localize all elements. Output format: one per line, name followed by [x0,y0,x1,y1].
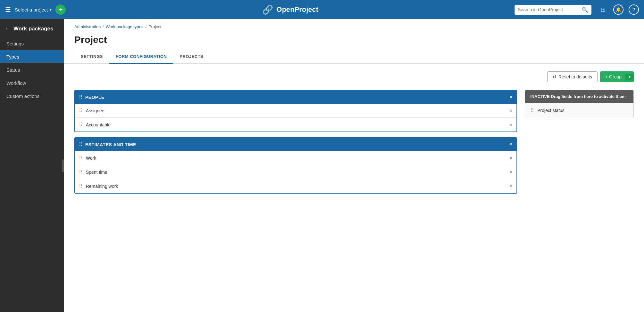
reset-icon: ↺ [553,74,557,79]
field-accountable-label: Accountable [86,122,506,127]
group-people-name: PEOPLE [85,95,507,100]
sidebar-item-settings[interactable]: Settings [0,37,64,50]
back-arrow-icon[interactable]: ← [5,26,10,32]
sidebar-item-types[interactable]: Types [0,50,64,63]
breadcrumb-current: Project [148,24,161,29]
page-title: Project [64,32,644,50]
field-work-remove-button[interactable]: × [509,155,513,161]
inactive-field-project-status: ⠿ Project status [525,103,633,118]
add-group-label: + Group [605,74,622,79]
breadcrumb-administration[interactable]: Administration [74,24,101,29]
notifications-icon[interactable]: 🔔 [613,4,623,15]
sidebar-nav: Settings Types Status Workflow Custom ac… [0,37,64,103]
inactive-panel-header: INACTIVE Drag fields from here to activa… [525,90,633,103]
reset-to-defaults-button[interactable]: ↺ Reset to defaults [547,71,598,82]
nav-icons: ⊞ 🔔 ? [598,4,639,15]
active-groups-column: ⠿ PEOPLE × ⠿ Assignee × ⠿ Accountable [74,90,517,194]
breadcrumb-work-package-types[interactable]: Work package types [106,24,144,29]
breadcrumb-sep-1: / [103,24,104,29]
sidebar-resizer[interactable] [62,159,64,172]
breadcrumb: Administration / Work package types / Pr… [64,19,644,32]
breadcrumb-sep-2: / [145,24,147,29]
field-spent-time-label: Spent time [86,170,506,175]
project-select-label: Select a project [15,7,48,12]
form-config-columns: ⠿ PEOPLE × ⠿ Assignee × ⠿ Accountable [74,90,634,194]
tab-settings[interactable]: SETTINGS [74,50,109,64]
search-box[interactable]: 🔍 [515,5,591,15]
sidebar-item-workflow[interactable]: Workflow [0,76,64,90]
group-estimates-drag-handle[interactable]: ⠿ [79,141,83,148]
inactive-field-project-status-label: Project status [537,108,565,113]
sidebar-title: Work packages [13,26,53,32]
search-input[interactable] [518,7,579,12]
group-people: ⠿ PEOPLE × ⠿ Assignee × ⠿ Accountable [74,90,517,132]
grid-icon[interactable]: ⊞ [598,4,608,15]
field-work-drag-icon[interactable]: ⠿ [79,155,83,161]
field-remaining-work-drag-icon[interactable]: ⠿ [79,183,83,189]
group-estimates-close-button[interactable]: × [509,141,513,148]
add-group-main[interactable]: + Group [605,74,625,79]
openproject-logo-icon: 🔗 [262,4,273,15]
group-people-close-button[interactable]: × [509,94,513,100]
field-remaining-work-label: Remaining work [86,184,506,189]
add-group-dropdown-icon[interactable]: ▾ [625,74,634,80]
form-config-content: ↺ Reset to defaults + Group ▾ [64,64,644,312]
group-estimates-header: ⠿ ESTIMATES AND TIME × [75,138,516,151]
group-estimates-name: ESTIMATES AND TIME [85,142,507,147]
add-group-button[interactable]: + Group ▾ [600,71,634,82]
sidebar-item-status[interactable]: Status [0,63,64,76]
inactive-panel: INACTIVE Drag fields from here to activa… [525,90,634,118]
field-accountable: ⠿ Accountable × [75,118,516,132]
field-remaining-work: ⠿ Remaining work × [75,179,516,193]
tab-projects[interactable]: PROJECTS [173,50,210,64]
field-assignee-label: Assignee [86,108,506,113]
field-spent-time-drag-icon[interactable]: ⠿ [79,169,83,175]
field-assignee-drag-icon[interactable]: ⠿ [79,108,83,114]
tabs-bar: SETTINGS FORM CONFIGURATION PROJECTS [64,50,644,64]
field-remaining-work-remove-button[interactable]: × [509,183,513,189]
reset-label: Reset to defaults [558,74,592,79]
field-accountable-remove-button[interactable]: × [509,122,513,128]
project-select-dropdown[interactable]: Select a project ▾ [15,7,52,12]
group-estimates-and-time: ⠿ ESTIMATES AND TIME × ⠿ Work × ⠿ Spent … [74,137,517,194]
add-project-button[interactable]: + [55,4,66,15]
hamburger-menu-icon[interactable]: ☰ [5,6,11,13]
config-toolbar: ↺ Reset to defaults + Group ▾ [74,71,634,82]
sidebar-item-custom-actions[interactable]: Custom actions [0,90,64,103]
inactive-field-project-status-drag-icon[interactable]: ⠿ [530,107,534,113]
sidebar: ← Work packages Settings Types Status Wo… [0,19,64,312]
field-accountable-drag-icon[interactable]: ⠿ [79,122,83,128]
top-navigation: ☰ Select a project ▾ + 🔗 OpenProject 🔍 ⊞… [0,0,644,19]
field-spent-time-remove-button[interactable]: × [509,169,513,175]
field-spent-time: ⠿ Spent time × [75,165,516,179]
field-work: ⠿ Work × [75,151,516,165]
tab-form-configuration[interactable]: FORM CONFIGURATION [109,50,173,64]
field-assignee: ⠿ Assignee × [75,104,516,118]
inactive-column: INACTIVE Drag fields from here to activa… [525,90,634,118]
field-work-label: Work [86,156,506,161]
content-area: Administration / Work package types / Pr… [64,19,644,312]
logo-text: OpenProject [277,5,318,14]
field-assignee-remove-button[interactable]: × [509,108,513,114]
project-select-caret-icon: ▾ [50,7,52,12]
group-people-drag-handle[interactable]: ⠿ [79,94,83,100]
group-people-header: ⠿ PEOPLE × [75,91,516,104]
logo-area: 🔗 OpenProject [70,4,511,15]
search-icon: 🔍 [582,7,588,13]
help-icon[interactable]: ? [629,4,639,15]
sidebar-header: ← Work packages [0,19,64,37]
